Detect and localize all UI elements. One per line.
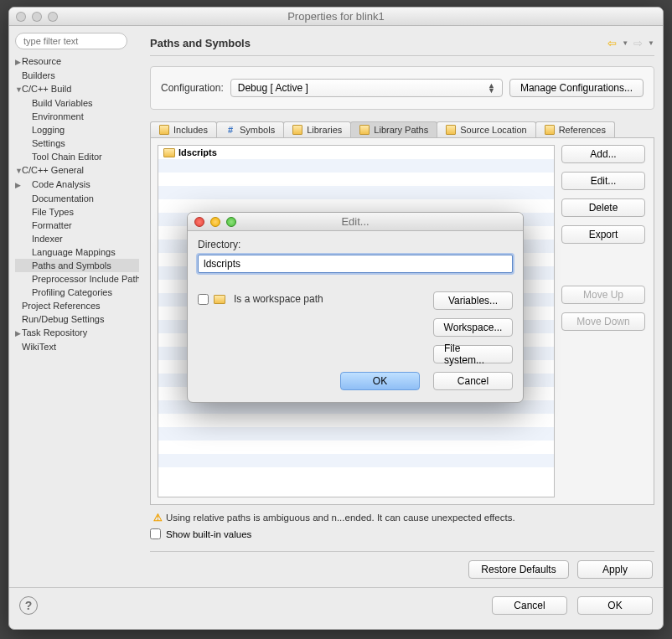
tree-item[interactable]: Builders bbox=[15, 69, 139, 82]
settings-tree[interactable]: ▶ResourceBuilders▼C/C++ BuildBuild Varia… bbox=[15, 54, 139, 353]
titlebar[interactable]: Properties for blink1 bbox=[9, 8, 663, 26]
tree-item[interactable]: WikiText bbox=[15, 340, 139, 353]
configuration-select[interactable]: Debug [ Active ] ▲▼ bbox=[230, 79, 503, 97]
move-down-button[interactable]: Move Down bbox=[561, 312, 645, 331]
disclosure-icon[interactable]: ▶ bbox=[15, 56, 22, 68]
list-buttons: Add... Edit... Delete Export Move Up Mov… bbox=[561, 138, 654, 504]
manage-configurations-button[interactable]: Manage Configurations... bbox=[509, 79, 644, 97]
tree-item[interactable]: File Types bbox=[15, 205, 139, 219]
dialog-titlebar[interactable]: Edit... bbox=[188, 213, 523, 231]
tree-item[interactable]: Profiling Categories bbox=[15, 286, 139, 299]
configuration-row: Configuration: Debug [ Active ] ▲▼ Manag… bbox=[150, 66, 654, 110]
configuration-label: Configuration: bbox=[161, 82, 224, 94]
tree-item[interactable]: Preprocessor Include Paths bbox=[15, 272, 139, 286]
page-title: Paths and Symbols bbox=[150, 37, 607, 49]
folder-icon bbox=[545, 125, 555, 135]
back-menu-icon[interactable]: ▼ bbox=[622, 39, 628, 47]
workspace-button[interactable]: Workspace... bbox=[433, 318, 513, 337]
ok-button[interactable]: OK bbox=[577, 596, 653, 615]
list-row bbox=[158, 467, 554, 481]
filter-input[interactable] bbox=[15, 33, 127, 49]
warning-icon: ⚠ bbox=[153, 513, 163, 523]
tree-item[interactable]: Project References bbox=[15, 299, 139, 312]
filesystem-button[interactable]: File system... bbox=[433, 345, 513, 363]
folder-icon bbox=[214, 295, 225, 304]
tree-item[interactable]: Indexer bbox=[15, 232, 139, 245]
directory-input[interactable] bbox=[198, 255, 513, 273]
tab-source-location[interactable]: Source Location bbox=[437, 121, 536, 137]
tree-item[interactable]: ▶Task Repository bbox=[15, 326, 139, 340]
tree-item[interactable]: ▼C/C++ Build bbox=[15, 82, 139, 96]
workspace-path-input[interactable] bbox=[198, 294, 209, 305]
forward-menu-icon[interactable]: ▼ bbox=[648, 39, 654, 47]
tree-item[interactable]: Settings bbox=[15, 137, 139, 150]
back-arrow-icon[interactable]: ⇦ bbox=[607, 37, 617, 49]
list-row bbox=[158, 441, 554, 454]
list-row bbox=[158, 454, 554, 467]
disclosure-icon[interactable]: ▼ bbox=[15, 84, 22, 95]
disclosure-icon[interactable]: ▶ bbox=[15, 327, 22, 339]
show-builtin-label: Show built-in values bbox=[166, 529, 251, 539]
tree-item[interactable]: Language Mappings bbox=[15, 245, 139, 259]
hash-icon: # bbox=[225, 125, 235, 135]
disclosure-icon[interactable]: ▼ bbox=[15, 165, 22, 177]
tab-symbols[interactable]: #Symbols bbox=[216, 121, 284, 137]
list-row bbox=[158, 159, 554, 173]
tree-item[interactable]: ▶Code Analysis bbox=[15, 178, 139, 192]
list-row[interactable]: ldscripts bbox=[158, 146, 554, 159]
tree-item[interactable]: Logging bbox=[15, 123, 139, 137]
restore-defaults-button[interactable]: Restore Defaults bbox=[468, 560, 569, 579]
tree-item[interactable]: Build Variables bbox=[15, 96, 139, 110]
tree-item[interactable]: ▶Resource bbox=[15, 54, 139, 69]
tree-item[interactable]: Environment bbox=[15, 110, 139, 123]
configuration-value: Debug [ Active ] bbox=[238, 82, 308, 94]
list-row bbox=[158, 427, 554, 441]
cancel-button[interactable]: Cancel bbox=[492, 596, 567, 615]
dialog-body: Directory: Is a workspace path Variables… bbox=[188, 231, 523, 402]
list-row bbox=[158, 186, 554, 199]
list-row bbox=[158, 173, 554, 186]
dialog-cancel-button[interactable]: Cancel bbox=[433, 372, 513, 390]
tree-item[interactable]: Run/Debug Settings bbox=[15, 312, 139, 326]
folder-icon bbox=[159, 125, 169, 135]
select-arrows-icon: ▲▼ bbox=[488, 83, 495, 93]
sidebar: ▶ResourceBuilders▼C/C++ BuildBuild Varia… bbox=[9, 26, 142, 579]
tab-library-paths[interactable]: Library Paths bbox=[350, 121, 437, 137]
tab-bar: Includes#SymbolsLibrariesLibrary PathsSo… bbox=[150, 121, 654, 137]
warning-note: ⚠Using relative paths is ambiguous and n… bbox=[150, 505, 654, 523]
window-title: Properties for blink1 bbox=[9, 10, 663, 23]
dialog-title: Edit... bbox=[188, 215, 523, 228]
tab-includes[interactable]: Includes bbox=[150, 121, 217, 137]
page-actions: Restore Defaults Apply bbox=[150, 560, 654, 579]
folder-icon bbox=[163, 148, 175, 157]
workspace-path-checkbox[interactable]: Is a workspace path bbox=[198, 293, 323, 305]
edit-dialog: Edit... Directory: Is a workspace path V… bbox=[187, 212, 524, 403]
disclosure-icon[interactable]: ▶ bbox=[15, 179, 22, 191]
bottom-bar: ? Cancel OK bbox=[9, 587, 663, 615]
tree-item[interactable]: ▼C/C++ General bbox=[15, 163, 139, 178]
workspace-path-label: Is a workspace path bbox=[234, 293, 323, 305]
properties-window: Properties for blink1 ▶ResourceBuilders▼… bbox=[8, 7, 664, 630]
tree-item[interactable]: Formatter bbox=[15, 219, 139, 232]
show-builtin-checkbox[interactable]: Show built-in values bbox=[150, 528, 654, 539]
list-row bbox=[158, 414, 554, 427]
dialog-ok-button[interactable]: OK bbox=[340, 372, 420, 390]
move-up-button[interactable]: Move Up bbox=[561, 286, 645, 304]
tree-item[interactable]: Documentation bbox=[15, 192, 139, 205]
export-button[interactable]: Export bbox=[561, 225, 645, 244]
variables-button[interactable]: Variables... bbox=[433, 291, 513, 310]
forward-arrow-icon[interactable]: ⇨ bbox=[633, 37, 643, 49]
tree-item[interactable]: Paths and Symbols bbox=[15, 259, 139, 272]
tab-references[interactable]: References bbox=[535, 121, 615, 137]
folder-icon bbox=[446, 125, 456, 135]
help-icon[interactable]: ? bbox=[19, 596, 38, 615]
add-button[interactable]: Add... bbox=[561, 145, 645, 163]
delete-button[interactable]: Delete bbox=[561, 198, 645, 217]
show-builtin-input[interactable] bbox=[150, 528, 161, 539]
page-header: Paths and Symbols ⇦▼ ⇨▼ bbox=[150, 31, 654, 56]
tab-libraries[interactable]: Libraries bbox=[283, 121, 351, 137]
edit-button[interactable]: Edit... bbox=[561, 172, 645, 190]
nav-arrows: ⇦▼ ⇨▼ bbox=[607, 37, 654, 49]
apply-button[interactable]: Apply bbox=[577, 560, 653, 579]
tree-item[interactable]: Tool Chain Editor bbox=[15, 150, 139, 163]
